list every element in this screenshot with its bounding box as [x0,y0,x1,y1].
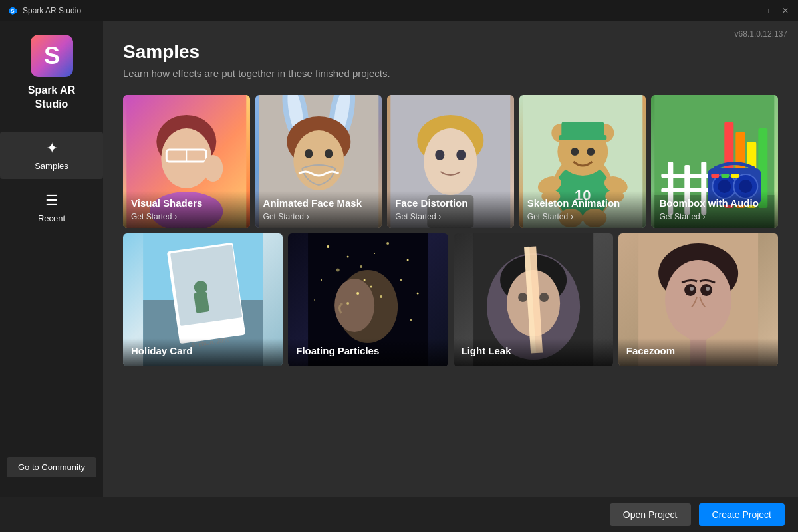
card-title-holiday-card: Holiday Card [131,345,275,357]
svg-point-84 [356,292,359,295]
sidebar: S Spark AR Studio ✦ Samples ☰ Recent Go … [0,21,103,497]
svg-point-10 [203,155,223,182]
svg-point-73 [407,259,409,261]
card-holiday-card[interactable]: Brighton, 2019 Holiday Card [123,233,283,366]
app-icon: S [8,6,17,15]
maximize-button[interactable]: □ [766,6,775,15]
svg-point-71 [347,256,349,258]
svg-point-17 [293,130,344,190]
page-title: Samples [123,41,778,63]
svg-rect-59 [712,174,720,178]
card-title-skeleton-animation: Skeleton Animation [527,198,638,209]
main-content: v68.1.0.12.137 Samples Learn how effects… [103,21,798,497]
card-title-light-leak: Light Leak [462,345,605,357]
card-label-area-hc: Holiday Card [123,338,283,366]
svg-point-85 [370,286,372,288]
svg-point-76 [400,279,402,281]
svg-point-72 [386,242,389,245]
svg-point-18 [305,149,313,158]
svg-point-102 [690,287,694,291]
svg-point-103 [706,287,710,291]
card-skeleton-animation[interactable]: 10 [519,95,646,228]
card-label-area-sk: Skeleton Animation Get Started › [519,191,646,228]
sidebar-samples-label: Samples [35,161,68,171]
card-facezoom[interactable]: Facezoom [618,233,778,366]
svg-point-81 [410,319,412,321]
card-get-started-face-distortion[interactable]: Get Started › [395,212,506,221]
card-label-area: Visual Shaders Get Started › [123,191,250,228]
card-title-boombox: Boombox with Audio [659,198,770,209]
svg-point-95 [518,293,527,302]
bottom-bar: Open Project Create Project [0,497,798,532]
svg-rect-61 [732,174,739,178]
title-bar: S Spark AR Studio — □ ✕ [0,0,798,21]
open-project-button[interactable]: Open Project [610,503,691,526]
community-button[interactable]: Go to Community [7,457,96,477]
svg-text:S: S [11,8,15,14]
card-label-area-bb: Boombox with Audio Get Started › [651,191,778,228]
sidebar-recent-label: Recent [38,213,65,223]
card-label-area-fd: Face Distortion Get Started › [387,191,514,228]
svg-text:S: S [43,42,59,69]
minimize-button[interactable]: — [751,6,761,15]
svg-point-19 [325,149,332,158]
card-floating-particles[interactable]: Floating Particles [288,233,448,366]
svg-rect-67 [194,291,209,313]
sidebar-nav: ✦ Samples ☰ Recent [0,132,103,457]
samples-icon: ✦ [46,140,58,157]
get-started-arrow-icon-4: › [571,212,573,221]
svg-point-38 [587,148,595,156]
svg-point-78 [314,299,315,301]
spark-ar-logo: S [31,35,73,77]
get-started-arrow-icon-5: › [703,212,706,221]
app-body: S Spark AR Studio ✦ Samples ☰ Recent Go … [0,21,798,497]
title-bar-text: Spark AR Studio [23,6,81,15]
card-title-floating-particles: Floating Particles [296,345,440,357]
svg-point-80 [336,269,340,272]
version-badge: v68.1.0.12.137 [735,29,787,39]
card-label-area-fp: Floating Particles [288,338,448,366]
svg-point-22 [424,128,477,195]
svg-point-37 [571,148,579,156]
get-started-arrow-icon-3: › [439,212,442,221]
card-animated-face-mask[interactable]: Animated Face Mask Get Started › [255,95,382,228]
svg-point-70 [327,245,329,248]
svg-rect-60 [722,174,730,178]
svg-point-74 [360,265,362,268]
card-get-started-boombox[interactable]: Get Started › [659,212,770,221]
card-label-area-animated: Animated Face Mask Get Started › [255,191,382,228]
sidebar-item-samples[interactable]: ✦ Samples [0,132,103,179]
page-subtitle: Learn how effects are put together in th… [123,68,778,79]
svg-rect-48 [662,174,710,178]
card-title-face-distortion: Face Distortion [395,198,506,209]
svg-point-88 [346,302,349,305]
card-boombox-with-audio[interactable]: Boombox with Audio Get Started › [651,95,778,228]
card-visual-shaders[interactable]: Visual Shaders Get Started › [123,95,250,228]
samples-grid-row1: Visual Shaders Get Started › [123,95,778,228]
svg-point-75 [321,279,322,281]
card-title-facezoom: Facezoom [626,345,770,357]
sidebar-item-recent[interactable]: ☰ Recent [0,184,103,231]
title-bar-controls: — □ ✕ [751,6,790,15]
card-light-leak[interactable]: Light Leak [454,233,613,366]
get-started-arrow-icon: › [174,212,177,221]
close-button[interactable]: ✕ [781,6,790,15]
svg-point-86 [380,295,382,298]
svg-point-24 [456,150,466,160]
svg-point-96 [539,293,549,302]
get-started-arrow-icon-2: › [307,212,309,221]
card-face-distortion[interactable]: Face Distortion Get Started › [387,95,514,228]
create-project-button[interactable]: Create Project [699,503,785,526]
card-get-started-skeleton-animation[interactable]: Get Started › [527,212,638,221]
svg-point-87 [364,279,366,281]
card-label-area-ll: Light Leak [454,338,613,366]
svg-point-23 [435,150,444,160]
samples-grid-row2: Brighton, 2019 Holiday Card [123,233,778,366]
recent-icon: ☰ [45,192,59,209]
svg-point-79 [374,253,375,254]
card-title-animated-face-mask: Animated Face Mask [263,198,374,209]
card-get-started-visual-shaders[interactable]: Get Started › [131,212,242,221]
sidebar-app-title: Spark AR Studio [28,84,75,112]
card-get-started-animated-face-mask[interactable]: Get Started › [263,212,374,221]
svg-rect-36 [559,135,606,140]
